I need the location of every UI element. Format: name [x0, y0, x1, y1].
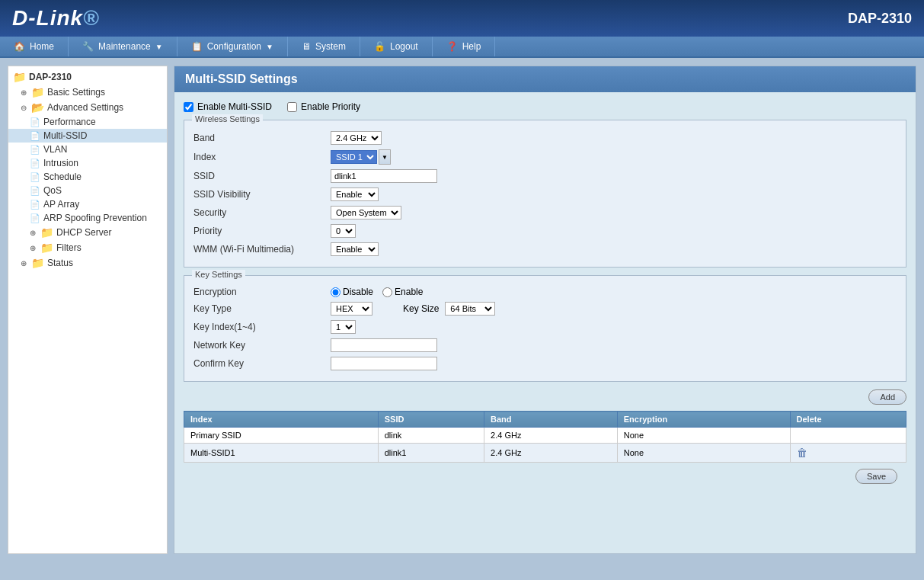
wireless-settings-group: Wireless Settings Band 2.4 GHz 5 GHz Ind… — [184, 120, 906, 268]
cell-delete[interactable]: 🗑 — [790, 444, 906, 463]
nav-configuration[interactable]: 📋 Configuration ▼ — [177, 37, 288, 56]
sidebar-item-intrusion[interactable]: 📄 Intrusion — [8, 156, 167, 170]
navbar: 🏠 Home 🔧 Maintenance ▼ 📋 Configuration ▼… — [0, 37, 924, 58]
key-settings-title: Key Settings — [192, 270, 245, 279]
expand-icon: ⊕ — [21, 88, 28, 97]
key-type-select[interactable]: HEX ASCII — [331, 302, 372, 316]
expand-icon: ⊖ — [21, 104, 28, 112]
sidebar-item-multi-ssid[interactable]: 📄 Multi-SSID — [8, 129, 167, 143]
page-icon: 📄 — [30, 172, 40, 182]
index-arrow-button[interactable]: ▼ — [379, 149, 391, 165]
content-header: Multi-SSID Settings — [174, 66, 916, 92]
sidebar-performance-label: Performance — [43, 117, 96, 127]
logo: D-Link® — [12, 6, 100, 30]
sidebar-vlan-label: VLAN — [43, 144, 67, 155]
nav-maintenance[interactable]: 🔧 Maintenance ▼ — [69, 37, 177, 56]
encryption-row: Encryption Disable Enable — [193, 287, 897, 297]
expand-icon: ⊕ — [30, 244, 37, 252]
page-title: Multi-SSID Settings — [185, 72, 905, 86]
sidebar-advanced-settings-label: Advanced Settings — [47, 102, 123, 113]
enable-priority-item: Enable Priority — [287, 101, 360, 112]
index-label: Index — [193, 152, 331, 162]
home-icon: 🏠 — [14, 41, 25, 52]
cell-band: 2.4 GHz — [484, 428, 618, 444]
enable-priority-checkbox[interactable] — [287, 102, 297, 112]
key-size-container: Key Size 64 Bits 128 Bits — [403, 302, 495, 316]
logo-trademark: ® — [83, 6, 100, 30]
sidebar-item-dhcp-server[interactable]: ⊕ 📁 DHCP Server — [8, 225, 167, 240]
configuration-arrow: ▼ — [266, 43, 273, 51]
sidebar-item-advanced-settings[interactable]: ⊖ 📂 Advanced Settings — [8, 100, 167, 115]
confirm-key-input[interactable] — [331, 357, 437, 370]
col-index: Index — [184, 412, 379, 428]
sidebar-qos-label: QoS — [43, 185, 62, 196]
ssid-input[interactable] — [331, 169, 437, 183]
nav-home[interactable]: 🏠 Home — [0, 37, 69, 56]
cell-ssid: dlink1 — [378, 444, 484, 463]
key-type-control: HEX ASCII — [331, 302, 372, 316]
wmm-select[interactable]: Enable Disable — [331, 242, 379, 256]
nav-system[interactable]: 🖥 System — [288, 37, 360, 56]
ssid-control — [331, 169, 437, 183]
ssid-visibility-select[interactable]: Enable Disable — [331, 187, 379, 201]
encryption-control: Disable Enable — [331, 287, 423, 297]
sidebar-item-basic-settings[interactable]: ⊕ 📁 Basic Settings — [8, 85, 167, 100]
sidebar-item-performance[interactable]: 📄 Performance — [8, 115, 167, 129]
enable-multi-ssid-item: Enable Multi-SSID — [184, 101, 272, 112]
sidebar-root[interactable]: 📁 DAP-2310 — [8, 69, 167, 85]
content-area: Multi-SSID Settings Enable Multi-SSID En… — [174, 66, 916, 554]
add-button[interactable]: Add — [868, 389, 906, 405]
key-index-control: 1 2 3 4 — [331, 320, 356, 334]
folder-icon: 📁 — [13, 71, 26, 83]
key-size-select[interactable]: 64 Bits 128 Bits — [445, 302, 495, 316]
encryption-disable-radio[interactable] — [331, 287, 341, 297]
wmm-row: WMM (Wi-Fi Multimedia) Enable Disable — [193, 242, 897, 256]
priority-select[interactable]: 0 1 2 3 — [331, 224, 356, 238]
nav-logout[interactable]: 🔓 Logout — [360, 37, 433, 56]
folder-icon: 📁 — [31, 257, 44, 269]
enable-multi-ssid-label: Enable Multi-SSID — [197, 101, 272, 112]
index-select[interactable]: SSID 1 SSID 2 SSID 3 — [331, 150, 377, 164]
key-type-row: Key Type HEX ASCII Key Size 64 Bits 128 … — [193, 302, 897, 316]
key-type-label: Key Type — [193, 303, 331, 314]
band-select[interactable]: 2.4 GHz 5 GHz — [331, 131, 382, 145]
sidebar-filters-label: Filters — [56, 242, 82, 253]
page-icon: 📄 — [30, 145, 40, 155]
enable-priority-label: Enable Priority — [301, 101, 360, 112]
sidebar-item-filters[interactable]: ⊕ 📁 Filters — [8, 240, 167, 255]
encryption-enable-label: Enable — [382, 287, 423, 297]
sidebar-item-qos[interactable]: 📄 QoS — [8, 184, 167, 197]
sidebar-item-status[interactable]: ⊕ 📁 Status — [8, 255, 167, 271]
key-index-row: Key Index(1~4) 1 2 3 4 — [193, 320, 897, 334]
save-button[interactable]: Save — [855, 469, 897, 484]
security-select[interactable]: Open System WPA WPA2 — [331, 206, 401, 220]
encryption-enable-radio[interactable] — [382, 287, 392, 297]
sidebar-item-vlan[interactable]: 📄 VLAN — [8, 143, 167, 156]
expand-icon: ⊕ — [21, 259, 28, 268]
encryption-label: Encryption — [193, 287, 331, 297]
table-header-row: Index SSID Band Encryption Delete — [184, 412, 906, 428]
logout-icon: 🔓 — [374, 41, 385, 52]
sidebar-item-arp-spoofing[interactable]: 📄 ARP Spoofing Prevention — [8, 211, 167, 225]
priority-label: Priority — [193, 226, 331, 236]
col-encryption: Encryption — [617, 412, 790, 428]
sidebar-intrusion-label: Intrusion — [43, 158, 78, 168]
system-icon: 🖥 — [302, 41, 311, 52]
sidebar: 📁 DAP-2310 ⊕ 📁 Basic Settings ⊖ 📂 Advanc… — [8, 66, 168, 554]
sidebar-item-schedule[interactable]: 📄 Schedule — [8, 170, 167, 184]
delete-icon[interactable]: 🗑 — [797, 447, 807, 459]
network-key-control — [331, 338, 437, 352]
network-key-input[interactable] — [331, 338, 437, 352]
priority-control: 0 1 2 3 — [331, 224, 356, 238]
nav-help[interactable]: ❓ Help — [433, 37, 496, 56]
maintenance-icon: 🔧 — [82, 41, 94, 52]
encryption-disable-label: Disable — [331, 287, 373, 297]
sidebar-schedule-label: Schedule — [43, 171, 82, 182]
content-body: Enable Multi-SSID Enable Priority Wirele… — [174, 92, 916, 499]
sidebar-item-ap-array[interactable]: 📄 AP Array — [8, 197, 167, 211]
key-index-select[interactable]: 1 2 3 4 — [331, 320, 356, 334]
enable-multi-ssid-checkbox[interactable] — [184, 102, 193, 112]
security-row: Security Open System WPA WPA2 — [193, 206, 897, 220]
cell-delete — [790, 428, 906, 444]
ssid-visibility-label: SSID Visibility — [193, 189, 331, 200]
